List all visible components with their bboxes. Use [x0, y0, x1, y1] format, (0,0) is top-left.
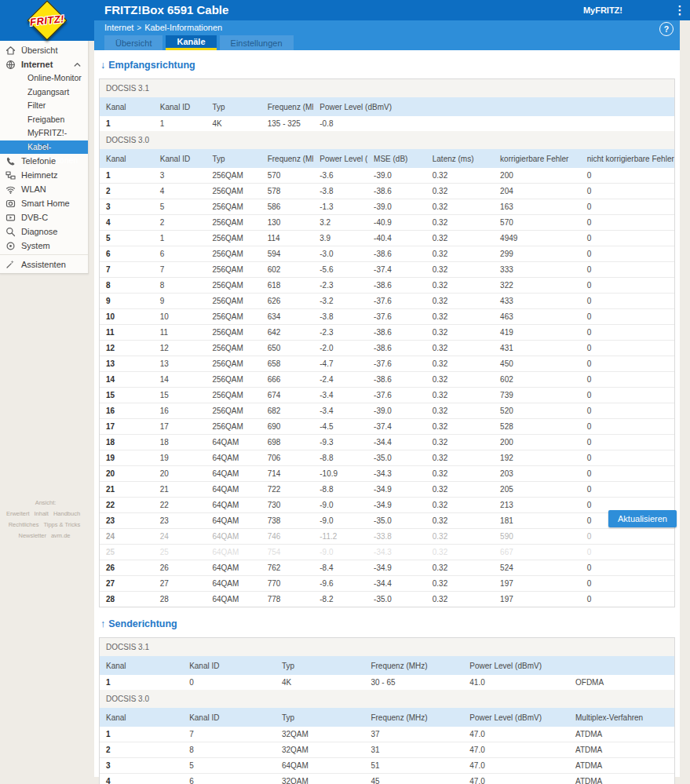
sidebar-item-zugangsart[interactable]: Zugangsart	[0, 86, 88, 100]
table-row: 4632QAM4547.0ATDMA	[100, 774, 674, 784]
table-cell: 528	[494, 419, 581, 435]
sidebar-item-dvb-c[interactable]: DVB-C	[0, 210, 88, 224]
table-cell: 256QAM	[206, 356, 261, 372]
table-cell: 24	[100, 529, 154, 545]
refresh-button[interactable]: Aktualisieren	[608, 510, 677, 527]
sidebar-item-heimnetz[interactable]: Heimnetz	[0, 168, 88, 182]
table-cell: 22	[100, 498, 154, 513]
column-header: Kanal ID	[154, 149, 206, 168]
table-cell: 47.0	[463, 758, 569, 774]
sidebar-item-label: Heimnetz	[21, 170, 57, 180]
column-header: nicht korrigierbare Fehler	[581, 149, 674, 168]
table-cell: 1	[100, 116, 154, 131]
footer-link-avm-de[interactable]: avm.de	[51, 532, 71, 539]
table-row: 42256QAM1303.2-40.90.325700	[100, 215, 674, 231]
sidebar-item-filter[interactable]: Filter	[0, 99, 88, 113]
column-header	[569, 656, 674, 675]
sidebar-item-internet[interactable]: Internet	[0, 57, 88, 71]
tab-übersicht[interactable]: Übersicht	[104, 35, 162, 50]
table-cell: 634	[261, 309, 314, 325]
table-row: 181864QAM698-9.3-34.40.322000	[100, 435, 674, 450]
table-cell: 602	[494, 372, 581, 388]
table-cell: 0	[581, 545, 674, 560]
sidebar-item-kabel-informationen[interactable]: Kabel-Informationen	[0, 140, 88, 155]
page-title: FRITZ!Box 6591 Cable	[104, 0, 228, 20]
table-cell: 16	[100, 403, 154, 419]
sidebar-item-diagnose[interactable]: Diagnose	[0, 224, 88, 239]
table-cell: -1.3	[313, 199, 367, 215]
table-cell: 20	[100, 466, 154, 482]
myfritz-link[interactable]: MyFRITZ!	[583, 0, 622, 20]
table-row: 1414256QAM666-2.4-38.60.326020	[100, 372, 674, 388]
column-header: Typ	[276, 656, 364, 675]
footer-link-handbuch[interactable]: Handbuch	[53, 510, 80, 517]
sidebar-item-telefonie[interactable]: Telefonie	[0, 154, 88, 168]
breadcrumb: Internet>Kabel-Informationen	[104, 23, 222, 32]
footer-link-inhalt[interactable]: Inhalt	[35, 510, 49, 517]
overflow-menu-icon[interactable]: ⋮	[674, 0, 686, 20]
column-header: Kanal	[100, 708, 183, 727]
column-header: Frequenz (MHz)	[364, 708, 463, 727]
table-cell: 0.32	[426, 372, 494, 388]
sidebar-item-smart-home[interactable]: Smart Home	[0, 196, 88, 210]
help-icon[interactable]: ?	[659, 22, 674, 36]
table-cell: 23	[154, 513, 206, 529]
fritz-logo[interactable]: FRITZ!	[0, 0, 94, 41]
sidebar-item-system[interactable]: System	[0, 239, 88, 253]
table-cell: 64QAM	[276, 758, 364, 774]
table-cell: 20	[154, 466, 206, 482]
table-cell: 0.32	[426, 545, 494, 560]
table-cell: -0.8	[313, 116, 674, 131]
table-cell: 47.0	[463, 727, 569, 742]
table-row: 252564QAM754-9.0-34.30.326670	[100, 545, 674, 560]
sidebar-item-freigaben[interactable]: Freigaben	[0, 113, 88, 127]
table-cell: 26	[154, 560, 206, 576]
table-cell: 419	[494, 325, 581, 341]
table-cell: -8.2	[313, 592, 367, 607]
sidebar-item-label: System	[21, 241, 50, 250]
table-cell: -34.3	[367, 466, 426, 482]
table-header-row: KanalKanal IDTypFrequenz (MHz)Power Leve…	[100, 149, 674, 168]
table-row: 3564QAM5147.0ATDMA	[100, 758, 674, 774]
table-cell: 64QAM	[206, 560, 261, 576]
network-icon	[5, 170, 16, 181]
tab-einstellungen[interactable]: Einstellungen	[220, 35, 294, 50]
footer-link-tipps-tricks[interactable]: Tipps & Tricks	[43, 521, 80, 528]
table-cell: 3	[100, 758, 183, 774]
table-cell: 64QAM	[206, 513, 261, 529]
table-cell: 64QAM	[206, 435, 261, 450]
table-cell: 0.32	[426, 168, 494, 184]
table-cell: 0	[581, 262, 674, 278]
chevron-up-icon	[72, 60, 82, 71]
table-cell: 450	[494, 356, 581, 372]
table-cell: 32QAM	[276, 742, 364, 758]
table-row: 1732QAM3747.0ATDMA	[100, 727, 674, 742]
table-cell: 7	[100, 262, 154, 278]
column-header: MSE (dB)	[367, 149, 426, 168]
table-cell: -9.0	[313, 513, 367, 529]
table-cell: 4949	[494, 231, 581, 246]
table-cell: 739	[494, 388, 581, 403]
sidebar-item-online-monitor[interactable]: Online-Monitor	[0, 71, 88, 86]
table-cell: 0.32	[426, 341, 494, 356]
table-cell: 0	[581, 388, 674, 403]
sidebar-item-wlan[interactable]: WLAN	[0, 182, 88, 196]
sidebar-item-übersicht[interactable]: Übersicht	[0, 43, 88, 57]
tab-kanäle[interactable]: Kanäle	[166, 35, 216, 50]
footer-link-rechtliches[interactable]: Rechtliches	[9, 521, 39, 528]
table-cell: 256QAM	[206, 246, 261, 262]
table-cell: -38.6	[367, 184, 426, 199]
breadcrumb-section[interactable]: Internet	[104, 23, 133, 32]
table-cell: -9.0	[313, 545, 367, 560]
sidebar-item-assistenten[interactable]: Assistenten	[0, 254, 88, 272]
table-cell: 0	[183, 675, 276, 690]
table-cell: ATDMA	[569, 758, 674, 774]
table-cell: ATDMA	[569, 742, 674, 758]
table-row: 99256QAM626-3.2-37.60.324330	[100, 294, 674, 309]
table-cell: 0.32	[426, 450, 494, 466]
footer-link-newsletter[interactable]: Newsletter	[18, 532, 46, 539]
table-cell: 433	[494, 294, 581, 309]
sidebar-item-myfritz-konto[interactable]: MyFRITZ!-Konto	[0, 126, 88, 140]
table-cell: 674	[261, 388, 314, 403]
table-cell: 0.32	[426, 356, 494, 372]
